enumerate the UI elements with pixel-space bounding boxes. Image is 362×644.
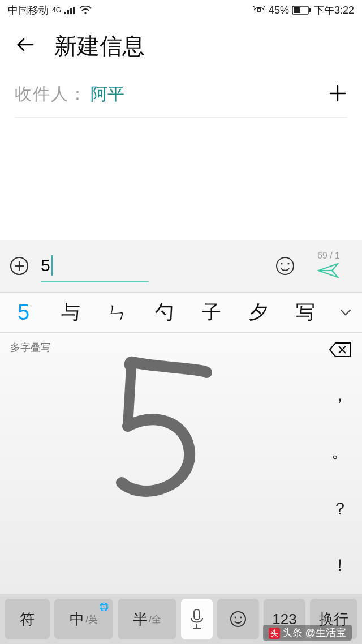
symbols-key[interactable]: 符 <box>5 599 50 639</box>
clock-label: 下午3:22 <box>314 3 354 17</box>
microphone-icon <box>188 608 205 630</box>
app-header: 新建信息 <box>0 20 362 71</box>
text-caret <box>51 255 53 276</box>
svg-point-18 <box>277 257 294 274</box>
svg-rect-11 <box>309 8 311 12</box>
page-title: 新建信息 <box>54 31 145 62</box>
send-button[interactable] <box>317 262 340 281</box>
svg-rect-1 <box>67 10 69 14</box>
period-key[interactable]: 。 <box>318 424 362 481</box>
svg-rect-0 <box>64 12 66 14</box>
candidate-6[interactable]: 写 <box>282 299 329 325</box>
add-recipient-button[interactable] <box>328 84 347 105</box>
halfwidth-toggle-key[interactable]: 半/全 <box>118 599 176 639</box>
message-body-area[interactable] <box>0 118 362 240</box>
wifi-icon <box>79 6 92 15</box>
battery-pct: 45% <box>269 5 289 16</box>
battery-icon <box>292 6 311 15</box>
recipient-row[interactable]: 收件人： 阿平 <box>15 71 347 118</box>
message-input[interactable]: 5 <box>41 250 149 282</box>
compose-bar: 5 69 / 1 <box>0 240 362 292</box>
svg-rect-2 <box>70 8 72 14</box>
svg-point-4 <box>84 12 86 14</box>
svg-line-6 <box>253 6 255 7</box>
smile-icon <box>229 610 247 628</box>
candidate-5[interactable]: 夕 <box>235 299 282 325</box>
recipient-name: 阿平 <box>90 83 124 106</box>
svg-point-27 <box>231 612 245 626</box>
keyboard-emoji-key[interactable] <box>217 599 259 639</box>
svg-rect-3 <box>73 7 75 14</box>
watermark: 头头条 @生活宝 <box>263 625 352 641</box>
network-badge: 4G <box>52 6 61 14</box>
lang-main: 中 <box>70 609 84 629</box>
message-input-text: 5 <box>41 256 50 275</box>
half-sub: /全 <box>149 613 161 626</box>
svg-point-29 <box>240 617 242 619</box>
svg-rect-24 <box>194 609 200 620</box>
watermark-brand: 头条 <box>282 627 303 638</box>
svg-point-28 <box>235 617 236 619</box>
candidate-2[interactable]: ㄣ <box>94 299 141 325</box>
ime-candidate-bar: 5 与 ㄣ 勺 子 夕 写 <box>0 292 362 333</box>
language-toggle-key[interactable]: 🌐 中/英 <box>54 599 113 639</box>
handwriting-hint: 多字叠写 <box>10 341 51 354</box>
handwriting-canvas[interactable]: 多字叠写 <box>0 333 318 594</box>
svg-point-20 <box>287 263 289 264</box>
candidate-4[interactable]: 子 <box>188 299 235 325</box>
watermark-logo: 头 <box>269 628 280 639</box>
char-counter: 69 / 1 <box>317 251 340 261</box>
candidate-1[interactable]: 与 <box>47 299 94 325</box>
candidate-0[interactable]: 5 <box>0 300 47 325</box>
candidate-3[interactable]: 勺 <box>141 299 188 325</box>
backspace-key[interactable] <box>318 333 362 367</box>
back-arrow-icon[interactable] <box>15 35 35 57</box>
eye-icon <box>253 6 265 15</box>
emoji-button[interactable] <box>273 256 298 276</box>
watermark-author: @生活宝 <box>305 627 346 638</box>
attach-button[interactable] <box>8 256 31 276</box>
globe-icon: 🌐 <box>99 602 109 611</box>
candidates-expand-button[interactable] <box>329 305 362 320</box>
voice-input-key[interactable] <box>181 599 213 639</box>
half-main: 半 <box>133 609 148 629</box>
question-key[interactable]: ？ <box>318 480 362 538</box>
svg-line-7 <box>264 6 265 7</box>
signal-icon <box>64 6 76 14</box>
handwriting-side-keys: ， 。 ？ ！ <box>318 333 362 594</box>
handwriting-area: 多字叠写 ， 。 ？ ！ <box>0 333 362 594</box>
svg-point-19 <box>281 263 282 264</box>
lang-sub: /英 <box>85 613 98 626</box>
svg-rect-10 <box>294 7 300 13</box>
carrier-label: 中国移动 <box>8 3 49 17</box>
handwriting-stroke <box>90 355 226 503</box>
status-bar: 中国移动 4G 45% 下午3:22 <box>0 0 362 20</box>
comma-key[interactable]: ， <box>318 367 362 424</box>
exclaim-key[interactable]: ！ <box>318 538 362 595</box>
recipient-label: 收件人： <box>15 83 87 106</box>
svg-point-5 <box>257 8 261 12</box>
